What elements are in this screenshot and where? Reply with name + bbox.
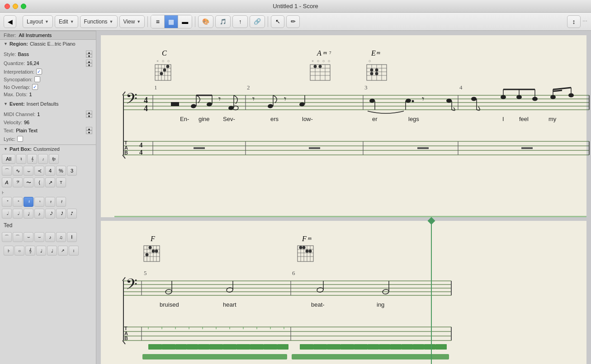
eighth-note[interactable]: ♪ [34, 209, 44, 219]
lines-view-btn[interactable]: ≡ [151, 15, 165, 28]
mtool2[interactable]: ○ [14, 246, 24, 256]
midi-channel-value[interactable]: 1 [37, 112, 40, 117]
lyric-label: Lyric: [4, 136, 15, 142]
btool4[interactable]: ⌣ [34, 232, 44, 242]
syncopation-checkbox[interactable] [34, 76, 40, 82]
mtool5[interactable]: ♩ [47, 246, 57, 256]
functions-menu[interactable]: Functions ▼ [80, 15, 118, 28]
btool6[interactable]: ♫ [56, 232, 66, 242]
midi-up-btn[interactable]: ▲ [86, 111, 92, 114]
style-stepper[interactable]: ▲ ▼ [86, 51, 92, 58]
link-btn[interactable]: 🔗 [250, 15, 265, 28]
tool-chord[interactable]: 𝄢 [13, 177, 23, 187]
btool7[interactable]: 𝄃 [67, 232, 77, 242]
thirtysecond-note[interactable]: 𝅘𝅥𝅰 [56, 209, 66, 219]
mtool6[interactable]: ↗ [58, 246, 68, 256]
misc-note[interactable]: ♪̈ [67, 209, 77, 219]
style-down-btn[interactable]: ▼ [86, 54, 92, 58]
filter-value[interactable]: All Instruments [19, 33, 52, 38]
text-stepper[interactable]: ▲ ▼ [86, 127, 92, 134]
sixteenth-rest[interactable]: 𝄿 [45, 197, 55, 207]
tool-trem[interactable]: 𝆕 [38, 154, 48, 164]
mtool4[interactable]: ♩ [36, 246, 46, 256]
score-area[interactable]: C × ○ ○ A [96, 31, 591, 364]
svg-point-30 [319, 65, 322, 68]
region-section-header[interactable]: ▼ Region: Classic E...tric Piano [0, 40, 96, 48]
quantize-stepper[interactable]: ▲ ▼ [86, 60, 92, 67]
tool-ped[interactable]: 𝄞 [27, 154, 37, 164]
text-up-btn[interactable]: ▲ [86, 127, 92, 131]
mtool7[interactable]: ↕ [69, 246, 79, 256]
whole-rest[interactable]: 𝄻 [2, 197, 12, 207]
btool2[interactable]: ⌒ [13, 232, 23, 242]
mtool3[interactable]: 𝄞 [25, 246, 35, 256]
btool5[interactable]: ♪ [45, 232, 55, 242]
tool-all[interactable]: All [2, 154, 15, 164]
velocity-value[interactable]: 96 [24, 120, 29, 125]
max-dots-value[interactable]: 1 [29, 92, 32, 97]
svg-text:○: ○ [167, 59, 170, 63]
pencil-tool[interactable]: ✏ [286, 15, 300, 28]
lyric-checkbox[interactable] [17, 136, 23, 142]
event-label: Event: [9, 101, 25, 107]
midi-channel-stepper[interactable]: ▲ ▼ [86, 111, 92, 118]
syncopation-label: Syncopation: [4, 77, 33, 82]
style-up-btn[interactable]: ▲ [86, 51, 92, 54]
tool-slur[interactable]: ⌣ [24, 166, 33, 176]
interpretation-checkbox[interactable] [36, 69, 42, 75]
midi-down-btn[interactable]: ▼ [86, 114, 92, 118]
view-menu[interactable]: View ▼ [119, 15, 145, 28]
pointer-tool[interactable]: ↖ [271, 15, 284, 28]
tool-fp[interactable]: fp [49, 154, 59, 164]
cursor-btn[interactable]: ↑ [232, 15, 248, 28]
half-rest[interactable]: 𝄼 [13, 197, 23, 207]
grid-view-btn[interactable]: ▦ [165, 15, 178, 28]
close-button[interactable] [5, 4, 10, 9]
svg-line-130 [123, 92, 125, 95]
tool-tuplet[interactable]: 3 [67, 166, 77, 176]
svg-text:4: 4 [139, 141, 143, 149]
quarter-note[interactable]: ♩ [24, 209, 33, 219]
eighth-rest[interactable]: 𝄾 [34, 197, 44, 207]
expand-btn[interactable]: ↕ [567, 15, 581, 28]
tool-time[interactable]: 4 [45, 166, 55, 176]
color-btn[interactable]: 🎨 [198, 15, 213, 28]
tool-repeat[interactable]: % [56, 166, 66, 176]
tool-mordent[interactable]: ∿ [13, 166, 23, 176]
style-value[interactable]: Bass [18, 51, 29, 57]
quantize-down-btn[interactable]: ▼ [86, 63, 92, 67]
tool-gliss[interactable]: ↗ [45, 177, 55, 187]
back-button[interactable]: ◀ [4, 15, 16, 28]
quantize-value[interactable]: 16,24 [27, 61, 39, 66]
midi-btn[interactable]: 🎵 [215, 15, 231, 28]
svg-rect-207 [354, 344, 368, 350]
page-view-btn[interactable]: ▬ [178, 15, 192, 28]
thirtysecond-rest[interactable]: 𝅀 [56, 197, 66, 207]
sixteenth-note[interactable]: 𝅘𝅥𝅯 [45, 209, 55, 219]
tool-natural[interactable]: ♮ [16, 154, 26, 164]
btool3[interactable]: ⌣ [24, 232, 33, 242]
minimize-button[interactable] [13, 4, 18, 9]
maximize-button[interactable] [21, 4, 26, 9]
tool-text[interactable]: A [2, 177, 12, 187]
text-value[interactable]: Plain Text [16, 128, 38, 133]
quarter-rest[interactable]: 𝄽 [24, 197, 33, 207]
tool-phrase[interactable]: ⟨ [34, 177, 44, 187]
tool-note-text[interactable]: T [56, 177, 66, 187]
tool-sustain[interactable]: ⌒ [2, 166, 12, 176]
mtool1[interactable]: ⊦ [4, 246, 14, 256]
quantize-row: Quantize: 16,24 ▲ ▼ [4, 59, 92, 68]
edit-menu[interactable]: Edit ▼ [55, 15, 78, 28]
half-note[interactable]: 𝅗𝅥 [13, 209, 23, 219]
quantize-up-btn[interactable]: ▲ [86, 60, 92, 63]
no-overlap-row: No Overlap: [4, 83, 92, 91]
layout-menu[interactable]: Layout ▼ [23, 15, 53, 28]
tool-wave[interactable]: 〜 [24, 177, 33, 187]
btool1[interactable]: ⌒ [2, 232, 12, 242]
part-box-section-header[interactable]: ▼ Part Box: Customized [0, 145, 96, 153]
text-down-btn[interactable]: ▼ [86, 131, 92, 134]
no-overlap-checkbox[interactable] [32, 84, 38, 90]
whole-note[interactable]: 𝅗𝅥 [2, 209, 12, 219]
tool-cresc[interactable]: ≺ [34, 166, 44, 176]
event-section-header[interactable]: ▼ Event: Insert Defaults [0, 100, 96, 108]
